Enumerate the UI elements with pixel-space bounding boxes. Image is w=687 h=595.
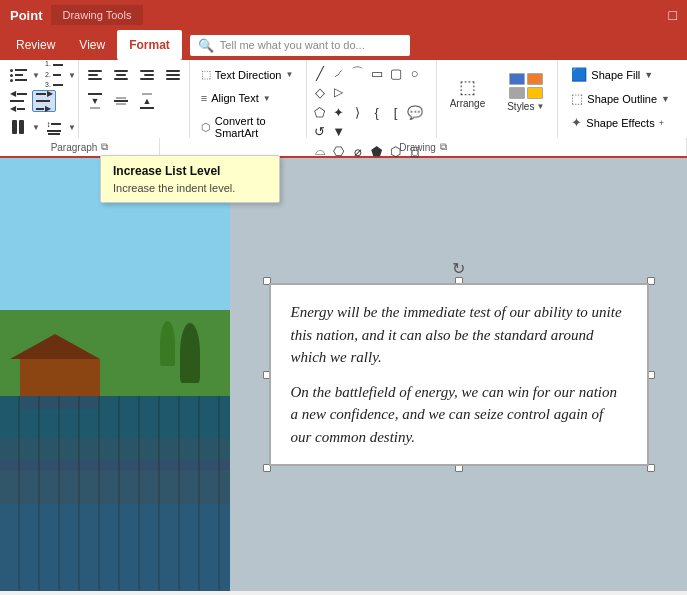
arrange-label: Arrange bbox=[450, 98, 486, 109]
align-right-btn[interactable] bbox=[135, 64, 159, 86]
shape-outline-label: Shape Outline bbox=[587, 93, 657, 105]
valign-middle-btn[interactable] bbox=[109, 90, 133, 112]
rectangle-shape[interactable]: ▭ bbox=[368, 64, 386, 82]
slide-image bbox=[0, 158, 230, 591]
content-area: ↻ Energy will be the immediate test of o… bbox=[0, 158, 687, 591]
shape-outline-arrow: ▼ bbox=[661, 94, 670, 104]
solar-panels bbox=[0, 396, 230, 591]
app-name: Point bbox=[10, 8, 43, 23]
barn-roof bbox=[10, 334, 100, 359]
numbered-list-btn[interactable]: 1. 2. 3. bbox=[42, 64, 66, 86]
bracket-shape[interactable]: [ bbox=[387, 103, 405, 121]
align-text-btn[interactable]: ≡ Align Text ▼ bbox=[194, 88, 302, 108]
search-box[interactable]: 🔍 Tell me what you want to do... bbox=[190, 35, 410, 56]
decrease-indent-btn[interactable]: ◀ ◀ bbox=[6, 90, 30, 112]
slide-paragraph-2: On the battlefield of energy, we can win… bbox=[291, 381, 627, 449]
curve-shape[interactable]: ⌒ bbox=[349, 64, 367, 82]
menu-bar: Review View Format 🔍 Tell me what you wa… bbox=[0, 30, 687, 60]
text-direction-arrow: ▼ bbox=[285, 70, 293, 79]
drawing-tools-tab: Drawing Tools bbox=[51, 5, 144, 25]
ribbon: ▼ 1. 2. 3. ▼ ◀ ◀ ▶ bbox=[0, 60, 687, 138]
right-arrow-shape[interactable]: ▷ bbox=[330, 83, 348, 101]
styles-arrow: ▼ bbox=[536, 102, 544, 111]
bullet-list-dropdown[interactable]: ▼ bbox=[32, 71, 40, 80]
paragraph-group-label[interactable]: Paragraph ⧉ bbox=[0, 138, 160, 156]
shape-fill-arrow: ▼ bbox=[644, 70, 653, 80]
tree-1 bbox=[180, 323, 200, 383]
quick-styles-btn[interactable]: Styles ▼ bbox=[498, 64, 553, 120]
menu-item-format[interactable]: Format bbox=[117, 30, 182, 60]
callout-shape[interactable]: 💬 bbox=[406, 103, 424, 121]
circle-shape[interactable]: ○ bbox=[406, 64, 424, 82]
text-box-container[interactable]: ↻ Energy will be the immediate test of o… bbox=[269, 283, 649, 466]
valign-bottom-btn[interactable]: ▲ bbox=[135, 90, 159, 112]
shape-fill-btn[interactable]: 🟦 Shape Fill ▼ bbox=[564, 64, 677, 85]
menu-item-view[interactable]: View bbox=[67, 30, 117, 60]
bullet-list-btn[interactable] bbox=[6, 64, 30, 86]
landscape-bg bbox=[0, 158, 230, 591]
columns-dropdown[interactable]: ▼ bbox=[32, 123, 40, 132]
justify-btn[interactable] bbox=[161, 64, 185, 86]
line-spacing-dropdown[interactable]: ▼ bbox=[68, 123, 76, 132]
increase-indent-btn[interactable]: ▶ ▶ bbox=[32, 90, 56, 112]
numbered-list-dropdown[interactable]: ▼ bbox=[68, 71, 76, 80]
text-direction-btn[interactable]: ⬚ Text Direction ▼ bbox=[194, 64, 302, 85]
styles-label: Styles bbox=[507, 101, 534, 112]
slide-text-panel: ↻ Energy will be the immediate test of o… bbox=[230, 158, 687, 591]
line-shape[interactable]: ╱ bbox=[311, 64, 329, 82]
window-maximize-icon[interactable]: □ bbox=[669, 7, 677, 23]
tooltip-title: Increase List Level bbox=[113, 164, 267, 178]
shape-effects-label: Shape Effects bbox=[586, 117, 654, 129]
columns-btn[interactable] bbox=[6, 116, 30, 138]
arrange-btn[interactable]: ⬚ Arrange bbox=[441, 64, 495, 120]
shape-effects-btn[interactable]: ✦ Shape Effects + bbox=[564, 112, 677, 133]
menu-item-review[interactable]: Review bbox=[4, 30, 67, 60]
pentagon-shape[interactable]: ⬠ bbox=[311, 103, 329, 121]
tree-2 bbox=[160, 321, 175, 366]
star4-shape[interactable]: ✦ bbox=[330, 103, 348, 121]
line2-shape[interactable]: ⟋ bbox=[330, 64, 348, 82]
text-box[interactable]: Energy will be the immediate test of our… bbox=[269, 283, 649, 466]
shape-outline-btn[interactable]: ⬚ Shape Outline ▼ bbox=[564, 88, 677, 109]
slide-text-content: Energy will be the immediate test of our… bbox=[291, 301, 627, 448]
search-placeholder: Tell me what you want to do... bbox=[220, 39, 365, 51]
rounded-rect-shape[interactable]: ▢ bbox=[387, 64, 405, 82]
tooltip: Increase List Level Increase the indent … bbox=[100, 155, 280, 203]
slide-paragraph-1: Energy will be the immediate test of our… bbox=[291, 301, 627, 369]
text-direction-label: Text Direction bbox=[215, 69, 282, 81]
tooltip-description: Increase the indent level. bbox=[113, 182, 267, 194]
shape-fill-label: Shape Fill bbox=[591, 69, 640, 81]
align-text-arrow: ▼ bbox=[263, 94, 271, 103]
title-bar: Point Drawing Tools □ bbox=[0, 0, 687, 30]
drawing-group-label: Drawing ⧉ bbox=[160, 138, 687, 156]
paragraph-expander-icon[interactable]: ⧉ bbox=[101, 141, 108, 153]
chevron-shape[interactable]: ⟩ bbox=[349, 103, 367, 121]
convert-smartart-label: Convert to SmartArt bbox=[215, 115, 295, 139]
search-icon: 🔍 bbox=[198, 38, 214, 53]
shape-effects-arrow: + bbox=[659, 118, 664, 128]
brace-shape[interactable]: { bbox=[368, 103, 386, 121]
diamond-shape[interactable]: ◇ bbox=[311, 83, 329, 101]
line-spacing-btn[interactable]: ↕ bbox=[42, 116, 66, 138]
rotate-handle[interactable]: ↻ bbox=[452, 259, 465, 278]
align-text-label: Align Text bbox=[211, 92, 259, 104]
valign-top-btn[interactable]: ▼ bbox=[83, 90, 107, 112]
align-left-btn[interactable] bbox=[83, 64, 107, 86]
drawing-expander-icon[interactable]: ⧉ bbox=[440, 141, 447, 153]
align-center-btn[interactable] bbox=[109, 64, 133, 86]
